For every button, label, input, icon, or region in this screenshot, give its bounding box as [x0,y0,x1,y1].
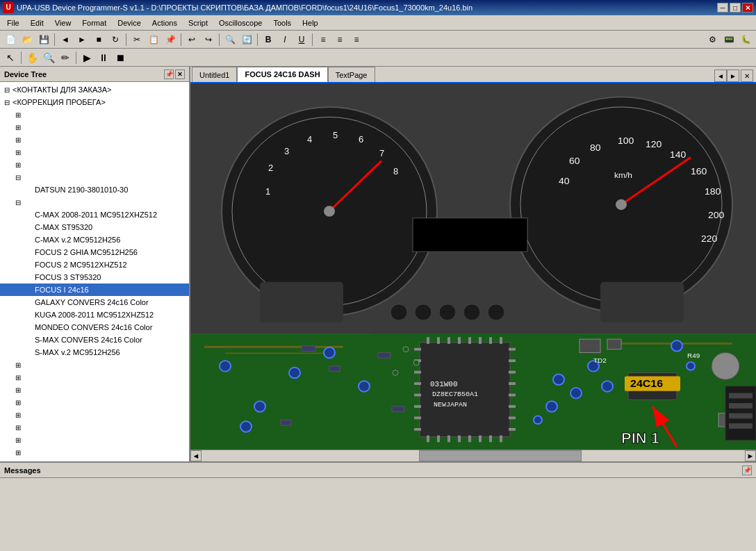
messages-pin-button[interactable]: 📌 [742,466,752,475]
tab-textpage[interactable]: TextPage [328,67,375,82]
undo-button[interactable]: ↩ [184,32,199,47]
device-tree-content[interactable]: ⊟ <КОНТАКТЫ ДЛЯ ЗАКАЗА> ⊟ <КОРРЕКЦИЯ ПРО… [0,82,189,461]
align-center-button[interactable]: ≡ [332,32,347,47]
settings-button[interactable]: ⚙ [705,32,720,47]
menu-device[interactable]: Device [112,17,147,28]
tree-item-kuga[interactable]: KUGA 2008-2011 MC9512XHZ512 [0,309,189,321]
open-button[interactable]: 📂 [19,32,35,47]
tree-item-ford[interactable]: ⊟ [0,196,189,208]
cursor-button[interactable]: ↖ [3,50,18,65]
align-left-button[interactable]: ≡ [315,32,331,47]
cut-button[interactable]: ✂ [129,32,145,47]
menu-tools[interactable]: Tools [268,17,297,28]
bug-button[interactable]: 🐛 [738,32,753,47]
tree-toggle-kia[interactable]: ⊞ [13,384,24,395]
device-button[interactable]: 📟 [721,32,737,47]
scroll-left-button[interactable]: ◄ [190,450,202,461]
menu-help[interactable]: Help [297,17,324,28]
redo-button[interactable]: ↪ [201,32,216,47]
forward-button[interactable]: ► [74,32,90,47]
tree-toggle-cfmoto[interactable]: ⊞ [13,109,24,120]
draw-button[interactable]: ✏ [58,50,73,65]
menu-edit[interactable]: Edit [25,17,49,28]
tree-item-galaxy[interactable]: GALAXY CONVERS 24c16 Color [0,296,189,309]
scrollbar-track[interactable] [202,450,745,461]
menu-oscilloscope[interactable]: Oscilloscope [213,17,268,28]
copy-button[interactable]: 📋 [146,32,161,47]
replace-button[interactable]: 🔄 [239,32,254,47]
close-button[interactable]: ✕ [742,3,753,13]
tree-item-cfmoto[interactable]: ⊞ [0,108,189,121]
menu-script[interactable]: Script [183,17,213,28]
tree-toggle-datsun[interactable]: ⊟ [13,172,24,183]
tree-item-great_wall[interactable]: ⊞ [0,359,189,371]
zoom-button[interactable]: 🔍 [41,50,56,65]
tree-item-chevrolet[interactable]: ⊞ [0,133,189,146]
tree-item-datsun[interactable]: ⊟ [0,171,189,183]
tree-toggle-korr[interactable]: ⊟ [1,97,13,108]
tree-item-korr[interactable]: ⊟ <КОРРЕКЦИЯ ПРОБЕГА> [0,96,189,108]
tree-item-datsun_model[interactable]: DATSUN 2190-3801010-30 [0,183,189,196]
tab-untitled1[interactable]: Untitled1 [192,67,237,82]
tree-item-contacts[interactable]: ⊟ <КОНТАКТЫ ДЛЯ ЗАКАЗА> [0,83,189,96]
tree-toggle-great_wall[interactable]: ⊞ [13,359,24,370]
pause-button[interactable]: ⏸ [96,50,111,65]
scrollbar-thumb[interactable] [419,450,582,461]
tree-toggle-mitsubishi[interactable]: ⊞ [13,459,24,461]
tree-item-focus1_24c16[interactable]: FOCUS I 24c16 [0,283,189,296]
new-button[interactable]: 📄 [3,32,18,47]
device-tree-pin-button[interactable]: 📌 [164,69,174,79]
tree-toggle-citroen[interactable]: ⊞ [13,147,24,158]
tab-close-button[interactable]: ✕ [741,69,753,82]
tree-item-cmax_st[interactable]: C-MAX ST95320 [0,221,189,233]
menu-actions[interactable]: Actions [147,17,183,28]
tree-item-focus2_xhz[interactable]: FOCUS 2 MC9512XHZ512 [0,258,189,271]
stop2-button[interactable]: ⏹ [113,50,128,65]
menu-format[interactable]: Format [76,17,112,28]
menu-view[interactable]: View [49,17,77,28]
save-button[interactable]: 💾 [36,32,51,47]
tree-item-land_rover[interactable]: ⊞ [0,409,189,421]
bold-button[interactable]: B [261,32,276,47]
refresh-button[interactable]: ↻ [108,32,123,47]
tree-toggle-hyundai[interactable]: ⊞ [13,372,24,383]
maximize-button[interactable]: □ [730,3,741,13]
tree-item-cmax_2008[interactable]: C-MAX 2008-2011 MC9512XHZ512 [0,208,189,221]
tree-item-lexus[interactable]: ⊞ [0,421,189,434]
scroll-right-button[interactable]: ► [745,450,756,461]
tree-toggle-lada[interactable]: ⊞ [13,397,24,408]
minimize-button[interactable]: ─ [717,3,728,13]
tree-item-hyundai[interactable]: ⊞ [0,371,189,384]
tree-item-focus3_st[interactable]: FOCUS 3 ST95320 [0,271,189,283]
tree-toggle-chery[interactable]: ⊞ [13,122,24,133]
find-button[interactable]: 🔍 [222,32,238,47]
underline-button[interactable]: U [294,32,309,47]
menu-file[interactable]: File [1,17,25,28]
tree-item-mercedes[interactable]: ⊞ [0,446,189,459]
italic-button[interactable]: I [277,32,293,47]
tab-scroll-left-button[interactable]: ◄ [714,69,727,82]
back-button[interactable]: ◄ [58,32,73,47]
play-button[interactable]: ▶ [79,50,94,65]
tree-toggle-mercedes[interactable]: ⊞ [13,447,24,458]
tree-toggle-ford[interactable]: ⊟ [13,197,24,208]
tree-toggle-contacts[interactable]: ⊟ [1,84,13,95]
tree-item-citroen[interactable]: ⊞ [0,146,189,158]
tree-item-lada[interactable]: ⊞ [0,396,189,409]
stop-button[interactable]: ■ [91,32,106,47]
tab-focus-dash[interactable]: FOCUS 24C16 DASH [237,67,327,82]
tree-item-mondeo[interactable]: MONDEO CONVERS 24c16 Color [0,321,189,334]
tree-item-chery[interactable]: ⊞ [0,121,189,133]
tree-item-kia[interactable]: ⊞ [0,384,189,396]
tree-toggle-mazda[interactable]: ⊞ [13,434,24,445]
horizontal-scrollbar[interactable]: ◄ ► [190,450,756,461]
tree-item-smax_v2[interactable]: S-MAX v.2 MC9512H256 [0,346,189,359]
tree-item-mitsubishi[interactable]: ⊞ [0,459,189,461]
tab-scroll-right-button[interactable]: ► [727,69,739,82]
device-tree-close-button[interactable]: ✕ [175,69,185,79]
tree-toggle-chevrolet[interactable]: ⊞ [13,134,24,145]
tree-toggle-lexus[interactable]: ⊞ [13,422,24,433]
tree-item-smax_convers[interactable]: S-MAX CONVERS 24c16 Color [0,334,189,346]
tree-item-cmax_v2[interactable]: C-MAX v.2 MC9512H256 [0,233,189,246]
tree-item-mazda[interactable]: ⊞ [0,434,189,446]
